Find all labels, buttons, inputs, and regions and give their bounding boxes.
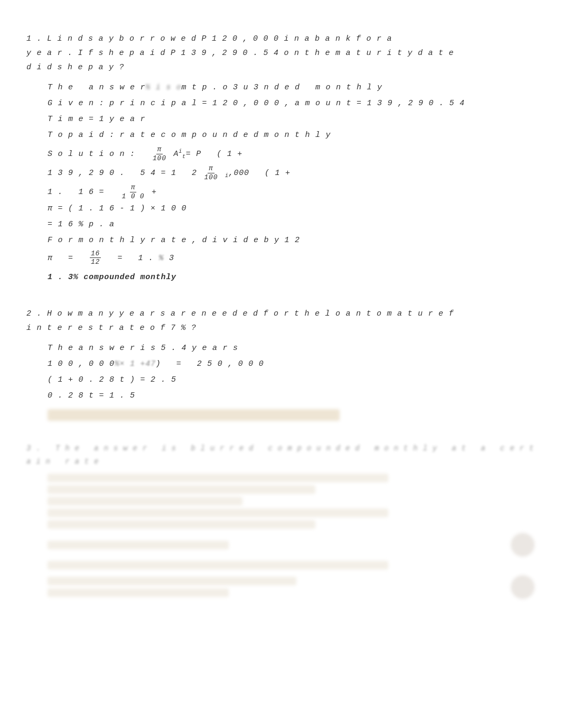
step-pi-calc2: = 1 6 % p . a: [48, 217, 535, 233]
blurred-item-9: [48, 588, 229, 597]
step-139290: 1 3 9 , 2 9 0 . 5 4 = 1 2 π 100 i,000 ( …: [48, 164, 535, 181]
blurred-row-2: [48, 574, 535, 600]
step1-blurred: %× 1 +47: [115, 360, 156, 368]
blurred-item-4: [48, 509, 388, 517]
blurred-content-block: [26, 474, 535, 600]
pi-1-fraction: π 1 0 0: [121, 183, 146, 200]
blurred-avatar-1: [511, 533, 535, 557]
problem-1-solution: T h e a n s w e r% i s om t p . o 3 u 3 …: [26, 80, 535, 285]
problem-1-line1: 1 . L i n d s a y b o r r o w e d P 1 2 …: [26, 32, 535, 46]
blurred-item-8: [48, 577, 296, 585]
blurred-item-1: [48, 474, 388, 482]
problem-1: 1 . L i n d s a y b o r r o w e d P 1 2 …: [26, 32, 535, 285]
blurred-item-7: [48, 561, 388, 569]
pi-100-fraction-2: π 100: [203, 164, 219, 181]
blurred-item-2: [48, 485, 315, 494]
problem-1-line3: d i d s h e p a y ?: [26, 60, 535, 75]
blurred-text-2: [48, 574, 500, 600]
answer-intro: T h e a n s w e r% i s om t p . o 3 u 3 …: [48, 80, 535, 96]
blurred-bar-1: [48, 409, 340, 421]
find-line: T o p a i d : r a t e c o m p o u n d e …: [48, 127, 535, 143]
step-monthly-calc: π = 16 12 = 1 . % 3: [48, 250, 535, 266]
step-pi-calc1: π = ( 1 . 1 6 - 1 ) × 1 0 0: [48, 201, 535, 217]
problem-1-final-answer: 1 . 3% compounded monthly: [48, 270, 535, 285]
section-3-title: 3 . T h e a n s w e r i s b l u r r e d …: [26, 442, 535, 468]
blurred-text-1: [48, 538, 500, 552]
problem-2-solution: T h e a n s w e r i s 5 . 4 y e a r s 1 …: [26, 340, 535, 404]
step-right: i,000 ( 1 +: [225, 169, 291, 178]
solution-formula: S o l u t i o n : π 100 Ait= P ( 1 +: [48, 145, 535, 162]
answer-prefix: 1 . 3: [48, 273, 73, 282]
step1-text: 1 0 0 , 0 0 0: [48, 360, 115, 368]
blurred-row-1: [48, 533, 535, 557]
problem-1-line2: y e a r . I f s h e p a i d P 1 3 9 , 2 …: [26, 46, 535, 60]
problem-2-answer: T h e a n s w e r i s 5 . 4 y e a r s: [48, 340, 535, 356]
step-left: 1 3 9 , 2 9 0 . 5 4 = 1 2: [48, 169, 197, 178]
given-line2: T i m e = 1 y e a r: [48, 112, 535, 127]
step-116: 1 . 1 6 = π 1 0 0 +: [48, 183, 535, 200]
problem-2-step2: ( 1 + 0 . 2 8 t ) = 2 . 5: [48, 372, 535, 388]
blurred-item-6: [48, 541, 229, 549]
step-116-plus: +: [152, 188, 157, 197]
formula-a-equals: Ait= P ( 1 +: [173, 150, 242, 159]
answer-text-partial: T h e a n s w e r: [48, 83, 145, 92]
problem-2-line1: 2 . H o w m a n y y e a r s a r e n e e …: [26, 307, 535, 321]
blurred-avatar-2: [511, 575, 535, 599]
blurred-item-3: [48, 497, 242, 505]
problem-2-step3: 0 . 2 8 t = 1 . 5: [48, 388, 535, 404]
problem-2-title: 2 . H o w m a n y y e a r s a r e n e e …: [26, 307, 535, 335]
step-monthly-result: = 1 . % 3: [117, 254, 174, 263]
step-116-left: 1 . 1 6 =: [48, 188, 104, 197]
fraction-16-12: 16 12: [90, 250, 101, 266]
problem-2-step1: 1 0 0 , 0 0 0%× 1 +47) = 2 5 0 , 0 0 0: [48, 356, 535, 372]
answer-compound: m t p . o 3 u 3 n d e d m o n t h l y: [182, 83, 382, 92]
problem-2: 2 . H o w m a n y y e a r s a r e n e e …: [26, 307, 535, 421]
page-content: 1 . L i n d s a y b o r r o w e d P 1 2 …: [26, 32, 535, 600]
pi-100-fraction-1: π 100: [152, 145, 167, 162]
pi-equals: π =: [48, 254, 73, 263]
solution-label: S o l u t i o n :: [48, 150, 135, 159]
answer-suffix: % compounded monthly: [73, 273, 176, 282]
answer-blurred: % i s o: [145, 83, 181, 92]
step-monthly-intro: F o r m o n t h l y r a t e , d i v i d …: [48, 233, 535, 248]
blurred-digit: %: [158, 254, 164, 263]
problem-1-title: 1 . L i n d s a y b o r r o w e d P 1 2 …: [26, 32, 535, 75]
step1-rest: ) = 2 5 0 , 0 0 0: [156, 360, 264, 368]
problem-2-line2: i n t e r e s t r a t e o f 7 % ?: [26, 321, 535, 335]
blurred-item-5: [48, 520, 315, 529]
given-line1: G i v e n : p r i n c i p a l = 1 2 0 , …: [48, 96, 535, 112]
blurred-continuation: [26, 409, 535, 421]
section-3-blurred: 3 . T h e a n s w e r i s b l u r r e d …: [26, 442, 535, 600]
